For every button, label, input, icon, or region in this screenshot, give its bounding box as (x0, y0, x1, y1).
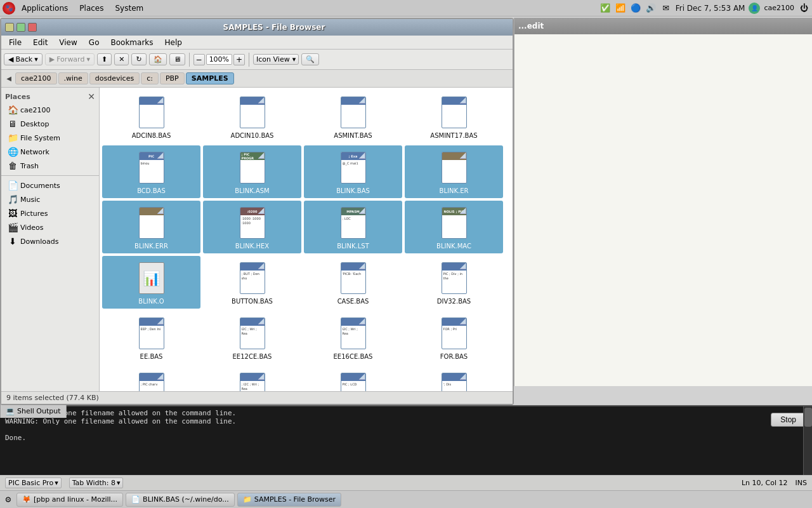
taskbar-item-2[interactable]: 📁 SAMPLES - File Browser (237, 493, 341, 507)
back-arrow-icon: ◀ (8, 55, 13, 64)
menu-places[interactable]: Places (74, 3, 108, 14)
list-item[interactable]: :0200:1000 :1000 :1000BLINK.HEX (203, 201, 301, 253)
forward-button[interactable]: ▶ Forward ▾ (45, 53, 95, 65)
top-menubar: 🐾 Applications Places System ✅ 📶 🔵 🔊 ✉️ … (0, 0, 812, 17)
file-label: BLINK.ASM (235, 187, 269, 194)
file-grid[interactable]: ADCIN8.BASADCIN10.BASASMINT.BASASMINT17.… (100, 88, 513, 391)
file-label: BLINK.O (138, 298, 164, 305)
list-item[interactable]: EEP ; Den IniEE.BAS (102, 311, 200, 364)
list-item[interactable]: BLINK.ER (405, 145, 503, 198)
file-icon (136, 204, 167, 241)
sidebar-item-trash[interactable]: 🗑 Trash (1, 159, 99, 173)
power-icon: ⏻ (798, 3, 809, 14)
home-button[interactable]: 🏠 (149, 53, 167, 65)
breadcrumb-pbp[interactable]: PBP (160, 72, 185, 84)
list-item[interactable]: PIC ; Div ; in theDIV32.BAS (405, 256, 503, 309)
up-button[interactable]: ⬆ (97, 53, 112, 65)
shell-tab[interactable]: 💻 Shell Output (0, 404, 67, 418)
minimize-button[interactable] (5, 23, 14, 32)
sidebar-item-pictures[interactable]: 🖼 Pictures (1, 206, 99, 220)
file-icon: '; Dis (439, 370, 469, 391)
sidebar-item-documents[interactable]: 📄 Documents (1, 178, 99, 192)
computer-button[interactable]: 🖥 (169, 53, 185, 65)
list-item[interactable]: 📊BLINK.O (102, 256, 200, 309)
taskbar-item-0[interactable]: 🦊 [pbp and linux - Mozill... (16, 493, 123, 507)
list-item[interactable]: ADCIN8.BAS (102, 90, 200, 143)
editor-panel: ...edit (514, 18, 812, 386)
editor-statusbar: PIC Basic Pro ▾ Tab Width: 8 ▾ Ln 10, Co… (0, 475, 812, 490)
sidebar-item-desktop[interactable]: 🖥 Desktop (1, 117, 99, 131)
menu-bookmarks[interactable]: Bookmarks (105, 37, 158, 48)
list-item[interactable]: NOLIS ; PICBLINK.MAC (405, 201, 503, 253)
menu-system[interactable]: System (110, 3, 148, 14)
breadcrumb-wine[interactable]: .wine (58, 72, 88, 84)
sidebar-item-network[interactable]: 🌐 Network (1, 145, 99, 159)
stop-button[interactable]: ✕ (114, 53, 129, 65)
search-icon: 🔍 (306, 55, 315, 64)
file-label: EE16CE.BAS (334, 353, 373, 360)
list-item[interactable]: ; PIC charvHSER.BAS (102, 366, 200, 391)
language-section: PIC Basic Pro ▾ (5, 478, 62, 488)
list-item[interactable]: '; DisLOGIC.BAS (405, 366, 503, 391)
firefox-icon: 🦊 (22, 495, 31, 504)
file-label: BLINK.MAC (436, 243, 471, 250)
reload-button[interactable]: ↻ (131, 53, 146, 65)
list-item[interactable]: ; BUT ; Den shoBUTTON.BAS (203, 256, 301, 309)
sidebar-item-music[interactable]: 🎵 Music (1, 192, 99, 206)
search-button[interactable]: 🔍 (301, 53, 319, 65)
list-item[interactable]: ADCIN10.BAS (203, 90, 301, 143)
left-nav-button[interactable]: ◀ (4, 74, 14, 84)
breadcrumb-c[interactable]: c: (141, 72, 159, 84)
list-item[interactable]: PICbinouBCD.BAS (102, 145, 200, 198)
list-item[interactable]: BLINK.ERR (102, 201, 200, 253)
tab-width-label: Tab Width: 8 (72, 479, 115, 487)
taskbar-item-1[interactable]: 📄 BLINK.BAS (~/.wine/do... (126, 493, 235, 507)
list-item[interactable]: FOR ; PriFOR.BAS (405, 311, 503, 364)
taskbar: ⚙ 🦊 [pbp and linux - Mozill... 📄 BLINK.B… (0, 490, 812, 508)
menu-go[interactable]: Go (84, 37, 105, 48)
file-icon: ; Exa@_C mai1 (338, 149, 369, 186)
sidebar-item-downloads[interactable]: ⬇ Downloads (1, 234, 99, 248)
menu-help[interactable]: Help (160, 37, 187, 48)
file-icon: :0200:1000 :1000 :1000 (237, 204, 268, 241)
sidebar-item-filesystem[interactable]: 📁 File System (1, 131, 99, 145)
zoom-in-button[interactable]: + (233, 54, 245, 65)
file-icon: I2C ; Wri ; Rea (237, 315, 268, 352)
list-item[interactable]: PIC ; LCDLCD.BAS (304, 366, 402, 391)
forward-arrow-icon: ▶ (49, 55, 55, 64)
shell-content: WARNING: Only one filename allowed on th… (0, 406, 812, 476)
breadcrumb-samples[interactable]: SAMPLES (186, 72, 234, 84)
list-item[interactable]: MPASM; LOCBLINK.LST (304, 201, 402, 253)
apps-icon: 🐾 (3, 2, 15, 15)
zoom-out-button[interactable]: − (193, 54, 205, 65)
list-item[interactable]: ; PIC PROGRBLINK.ASM (203, 145, 301, 198)
sidebar-item-cae2100[interactable]: 🏠 cae2100 (1, 103, 99, 117)
sidebar-close-icon[interactable]: ✕ (88, 91, 95, 102)
menu-view[interactable]: View (54, 37, 82, 48)
file-icon: FOR ; Pri (439, 315, 469, 352)
stop-button[interactable]: Stop (771, 413, 806, 427)
list-item[interactable]: ; I2C ; Wri ; ReaI2C.BAS (203, 366, 301, 391)
breadcrumb-dosdevices[interactable]: dosdevices (89, 72, 140, 84)
list-item[interactable]: I2C ; Wri ; ReaEE16CE.BAS (304, 311, 402, 364)
view-label: Icon View (256, 55, 290, 64)
window-content: Places ✕ 🏠 cae2100 🖥 Desktop 📁 File Syst… (1, 88, 513, 391)
language-dropdown[interactable]: PIC Basic Pro ▾ (5, 478, 62, 488)
sidebar-item-videos[interactable]: 🎬 Videos (1, 220, 99, 234)
back-button[interactable]: ◀ Back ▾ (4, 53, 43, 65)
menu-applications[interactable]: Applications (16, 3, 73, 14)
breadcrumb-cae2100[interactable]: cae2100 (15, 72, 57, 84)
sidebar-header: Places ✕ (1, 90, 99, 103)
list-item[interactable]: ASMINT17.BAS (405, 90, 503, 143)
list-item[interactable]: I2C ; Wri ; ReaEE12CE.BAS (203, 311, 301, 364)
list-item[interactable]: ASMINT.BAS (304, 90, 402, 143)
maximize-button[interactable] (16, 23, 25, 32)
tab-width-dropdown[interactable]: Tab Width: 8 ▾ (69, 478, 124, 488)
list-item[interactable]: 'PICB- 'EachCASE.BAS (304, 256, 402, 309)
view-select[interactable]: Icon View ▾ (253, 54, 299, 65)
menu-edit[interactable]: Edit (28, 37, 53, 48)
menu-file[interactable]: File (4, 37, 27, 48)
file-label: EE12CE.BAS (233, 353, 272, 360)
list-item[interactable]: ; Exa@_C mai1BLINK.BAS (304, 145, 402, 198)
close-button[interactable] (28, 23, 37, 32)
